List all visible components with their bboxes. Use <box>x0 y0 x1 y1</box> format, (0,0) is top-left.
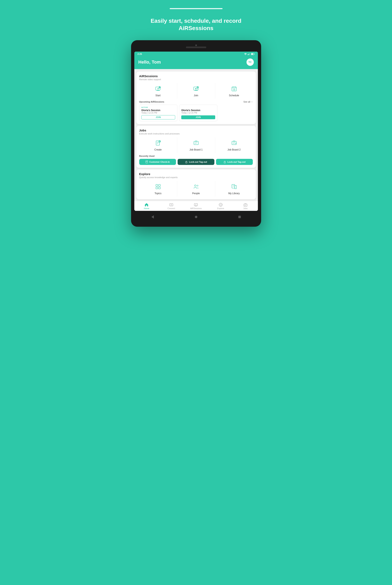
job-board-1-action[interactable]: Job Board 1 <box>177 137 215 153</box>
join-icon <box>192 85 200 93</box>
start-svg <box>155 86 161 92</box>
svg-point-26 <box>194 185 196 186</box>
session-time-2: Today | 12:15 PM <box>181 112 215 114</box>
svg-point-0 <box>245 55 246 55</box>
bottom-nav: Home Connect AiRS <box>134 201 258 211</box>
airsessions-title: AiRSessions <box>139 74 253 78</box>
svg-rect-22 <box>156 184 158 186</box>
nav-connect-label: Connect <box>168 207 175 210</box>
join-button-2[interactable]: JOIN <box>181 115 215 119</box>
join-svg <box>193 86 199 92</box>
signal-icon <box>248 53 250 55</box>
my-library-icon <box>230 183 238 191</box>
svg-point-31 <box>219 203 222 206</box>
svg-rect-1 <box>248 54 248 55</box>
nav-home[interactable]: Home <box>134 203 159 210</box>
topics-icon <box>154 183 162 191</box>
airsessions-actions: Start <box>139 83 253 98</box>
create-svg <box>155 140 161 146</box>
svg-point-8 <box>159 86 161 88</box>
create-job-icon <box>154 139 162 147</box>
svg-rect-32 <box>244 204 247 206</box>
home-button[interactable] <box>194 215 198 219</box>
topics-label: Topics <box>154 192 161 195</box>
people-icon <box>192 183 200 191</box>
my-library-label: My Library <box>228 192 240 195</box>
session-name-1: Gloria's Session <box>142 109 175 112</box>
svg-rect-15 <box>194 141 198 145</box>
nav-jobs-label: Jobs <box>243 207 248 210</box>
nav-explore[interactable]: Explore <box>208 203 233 210</box>
svg-rect-5 <box>252 53 253 55</box>
recent-customer-checkin[interactable]: Customer Check-In <box>139 159 176 165</box>
session-card-2: Gloria's Session Today | 12:15 PM JOIN <box>179 105 218 121</box>
sessions-list: ACTIVE Gloria's Session Today | 12:15 PM… <box>139 105 253 121</box>
join-action[interactable]: Join <box>177 83 215 98</box>
explore-title: Explore <box>139 172 253 176</box>
people-label: People <box>192 192 200 195</box>
home-hardware-icon <box>195 216 197 218</box>
recently-used-title: Recently Used <box>139 155 253 157</box>
session-name-2: Gloria's Session <box>181 109 215 112</box>
connect-nav-icon <box>169 203 173 207</box>
decorative-bar <box>170 8 222 9</box>
start-icon <box>154 85 162 93</box>
nav-airsessions[interactable]: AiRSessions <box>184 203 208 210</box>
jobs-nav-icon <box>244 203 248 207</box>
upcoming-title: Upcoming AiRSessions <box>139 100 164 103</box>
tablet-bottom-hardware <box>134 212 258 222</box>
job-board-2-action[interactable]: Job Board 2 <box>215 137 253 153</box>
active-badge: ACTIVE <box>142 106 175 108</box>
jobs-subtitle: Execute work instructions and processes <box>139 132 253 135</box>
start-action[interactable]: Start <box>139 83 177 98</box>
status-bar: 2:25 <box>134 51 258 56</box>
greeting-text: Hello, Tom <box>138 59 161 65</box>
app-header: Hello, Tom TC <box>134 56 258 69</box>
create-job-action[interactable]: Create <box>139 137 177 153</box>
jobs-section: Jobs Execute work instructions and proce… <box>136 126 256 168</box>
airsessions-nav-icon <box>194 203 198 207</box>
battery-icon <box>251 53 255 55</box>
home-nav-icon <box>144 203 148 207</box>
topics-action[interactable]: Topics <box>139 181 177 196</box>
svg-point-19 <box>186 162 186 162</box>
tablet-speaker <box>186 46 206 48</box>
main-content-area: AiRSessions Remote video support <box>134 69 258 211</box>
user-avatar[interactable]: TC <box>246 58 254 66</box>
people-action[interactable]: People <box>177 181 215 196</box>
upcoming-header: Upcoming AiRSessions See all → <box>139 100 253 103</box>
see-all-link[interactable]: See all → <box>244 100 253 103</box>
my-library-action[interactable]: My Library <box>215 181 253 196</box>
schedule-label: Schedule <box>229 94 239 97</box>
create-label: Create <box>154 148 162 151</box>
my-library-svg <box>231 184 237 189</box>
page-headline: Easily start, schedule, and record AiRSe… <box>145 17 247 32</box>
svg-rect-2 <box>248 54 249 55</box>
svg-point-21 <box>224 162 225 162</box>
status-icons <box>244 53 255 55</box>
nav-jobs[interactable]: Jobs <box>233 203 258 210</box>
nav-home-label: Home <box>144 207 149 210</box>
airsessions-section: AiRSessions Remote video support <box>136 71 256 124</box>
explore-section: Explore Quickly access knowledge and exp… <box>136 169 256 199</box>
svg-rect-6 <box>254 54 254 54</box>
tablet-top-hardware <box>134 44 258 50</box>
tablet-frame: 2:25 <box>131 40 261 227</box>
nav-connect[interactable]: Connect <box>159 203 184 210</box>
back-button[interactable] <box>150 215 155 219</box>
job-board-2-label: Job Board 2 <box>228 148 240 151</box>
session-card-1: ACTIVE Gloria's Session Today | 12:15 PM… <box>139 105 178 121</box>
schedule-action[interactable]: Schedule <box>215 83 253 98</box>
jobs-title: Jobs <box>139 129 253 132</box>
tablet-screen: 2:25 <box>134 51 258 211</box>
recent-lockout-tagout-2[interactable]: Lock-out Tag-out <box>216 159 253 165</box>
svg-point-27 <box>197 185 198 186</box>
explore-nav-icon <box>219 203 223 207</box>
join-button-1[interactable]: JOIN <box>142 115 175 119</box>
recents-button[interactable] <box>238 215 242 219</box>
job-board-1-icon <box>192 139 200 147</box>
schedule-icon <box>230 85 238 93</box>
nav-airsessions-label: AiRSessions <box>190 207 202 210</box>
job-board-2-svg <box>231 140 237 146</box>
recent-lockout-tagout-1[interactable]: Lock-out Tag-out <box>178 159 214 165</box>
